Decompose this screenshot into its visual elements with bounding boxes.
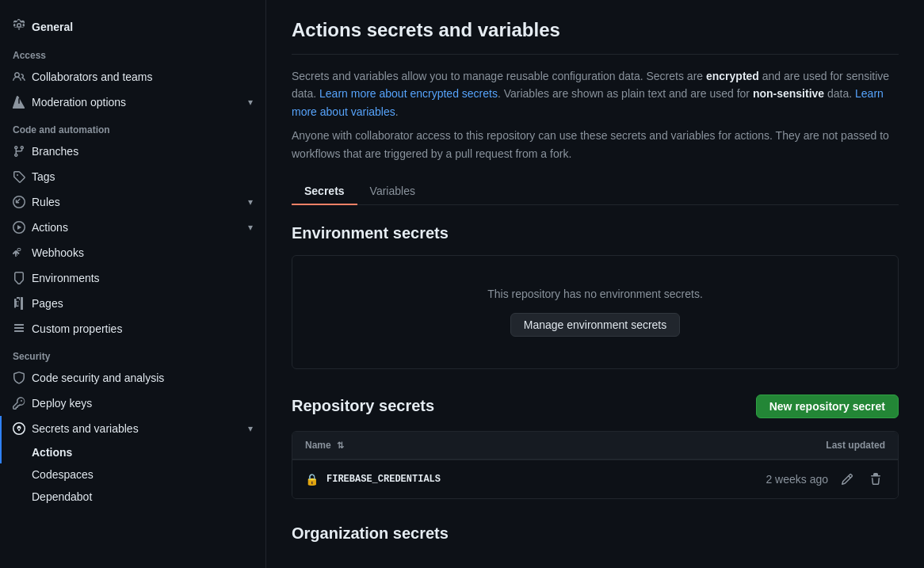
pages-icon bbox=[13, 297, 25, 310]
encrypted-secrets-link[interactable]: Learn more about encrypted secrets bbox=[319, 87, 498, 100]
sidebar-actions-label: Actions bbox=[32, 221, 68, 234]
sidebar-section-label-code: Code and automation bbox=[0, 115, 265, 139]
secret-name: FIREBASE_CREDENTIALS bbox=[326, 474, 441, 485]
sidebar-item-custom-properties[interactable]: Custom properties bbox=[0, 316, 265, 341]
sidebar-item-deploy-keys[interactable]: Deploy keys bbox=[0, 391, 265, 416]
sidebar-rules-label: Rules bbox=[32, 196, 60, 208]
sidebar: General Access Collaborators and teams M… bbox=[0, 0, 266, 568]
env-secrets-title: Environment secrets bbox=[292, 224, 899, 242]
sidebar-section-label-access: Access bbox=[0, 40, 265, 64]
tabs: Secrets Variables bbox=[292, 178, 899, 205]
table-header-name: Name ⇅ bbox=[305, 440, 344, 451]
repo-secrets-title: Repository secrets bbox=[292, 397, 434, 415]
branch-icon bbox=[13, 145, 25, 158]
sidebar-section-security: Security Code security and analysis Depl… bbox=[0, 341, 265, 508]
description-1: Secrets and variables allow you to manag… bbox=[292, 67, 899, 120]
main-content: Actions secrets and variables Secrets an… bbox=[266, 0, 924, 568]
sidebar-item-general[interactable]: General bbox=[0, 13, 265, 40]
trash-icon bbox=[869, 473, 882, 486]
env-icon bbox=[13, 272, 25, 284]
chevron-down-icon: ▾ bbox=[248, 97, 253, 108]
tab-variables[interactable]: Variables bbox=[357, 178, 428, 205]
sidebar-moderation-label: Moderation options bbox=[32, 96, 126, 109]
shield-icon bbox=[13, 372, 25, 384]
tab-secrets[interactable]: Secrets bbox=[292, 178, 357, 205]
new-repository-secret-button[interactable]: New repository secret bbox=[756, 395, 899, 418]
sidebar-item-moderation[interactable]: Moderation options ▾ bbox=[0, 90, 265, 115]
sidebar-secrets-label: Secrets and variables bbox=[32, 422, 139, 435]
table-row: 🔒 FIREBASE_CREDENTIALS 2 weeks ago bbox=[292, 459, 898, 498]
table-row-right: 2 weeks ago bbox=[766, 470, 885, 489]
manage-env-secrets-button[interactable]: Manage environment secrets bbox=[510, 313, 681, 337]
sort-icon: ⇅ bbox=[337, 440, 344, 450]
chevron-down-icon-actions: ▾ bbox=[248, 222, 253, 233]
sidebar-section-label-security: Security bbox=[0, 341, 265, 365]
sidebar-item-branches[interactable]: Branches bbox=[0, 139, 265, 164]
sidebar-item-actions[interactable]: Actions ▾ bbox=[0, 215, 265, 240]
sidebar-webhooks-label: Webhooks bbox=[32, 246, 84, 259]
sidebar-deploy-keys-label: Deploy keys bbox=[32, 397, 92, 410]
page-title: Actions secrets and variables bbox=[292, 19, 899, 55]
key-icon bbox=[13, 397, 25, 410]
sidebar-subitem-dependabot[interactable]: Dependabot bbox=[0, 486, 265, 508]
sidebar-section-access: Access Collaborators and teams Moderatio… bbox=[0, 40, 265, 115]
env-secrets-box: This repository has no environment secre… bbox=[292, 255, 899, 369]
secrets-table: Name ⇅ Last updated 🔒 FIREBASE_CREDENTIA… bbox=[292, 431, 899, 499]
sidebar-branches-label: Branches bbox=[32, 145, 78, 158]
table-row-left: 🔒 FIREBASE_CREDENTIALS bbox=[305, 473, 441, 486]
sidebar-item-collaborators[interactable]: Collaborators and teams bbox=[0, 64, 265, 90]
chevron-down-icon-rules: ▾ bbox=[248, 196, 253, 208]
sidebar-subitem-actions-label: Actions bbox=[32, 446, 72, 459]
repo-secrets-header: Repository secrets New repository secret bbox=[292, 395, 899, 418]
table-header: Name ⇅ Last updated bbox=[292, 432, 898, 459]
sidebar-tags-label: Tags bbox=[32, 170, 55, 183]
sidebar-item-tags[interactable]: Tags bbox=[0, 164, 265, 189]
sidebar-item-code-security[interactable]: Code security and analysis bbox=[0, 365, 265, 391]
updated-text: 2 weeks ago bbox=[766, 473, 828, 486]
sidebar-item-secrets-variables[interactable]: Secrets and variables ▾ bbox=[0, 416, 265, 441]
sidebar-subitem-actions[interactable]: Actions bbox=[0, 441, 265, 463]
sidebar-item-rules[interactable]: Rules ▾ bbox=[0, 189, 265, 215]
delete-secret-button[interactable] bbox=[866, 470, 885, 489]
sidebar-item-pages[interactable]: Pages bbox=[0, 291, 265, 316]
webhook-icon bbox=[13, 246, 25, 259]
sidebar-custom-properties-label: Custom properties bbox=[32, 322, 122, 335]
sidebar-item-environments[interactable]: Environments bbox=[0, 265, 265, 291]
lock-icon: 🔒 bbox=[305, 473, 319, 486]
chevron-down-icon-secrets: ▾ bbox=[248, 423, 253, 434]
actions-icon bbox=[13, 221, 25, 234]
sidebar-section-code: Code and automation Branches Tags bbox=[0, 115, 265, 341]
gear-icon bbox=[13, 19, 25, 34]
rules-icon bbox=[13, 196, 25, 208]
secret-icon bbox=[13, 422, 25, 435]
sidebar-code-security-label: Code security and analysis bbox=[32, 372, 164, 384]
table-header-updated: Last updated bbox=[826, 440, 885, 451]
tag-icon bbox=[13, 170, 25, 183]
sidebar-subitem-codespaces[interactable]: Codespaces bbox=[0, 463, 265, 486]
edit-secret-button[interactable] bbox=[838, 470, 857, 489]
org-secrets-title: Organization secrets bbox=[292, 524, 899, 543]
sidebar-collaborators-label: Collaborators and teams bbox=[32, 71, 153, 83]
sidebar-general-label: General bbox=[32, 21, 73, 33]
pencil-icon bbox=[841, 473, 853, 486]
sidebar-subitem-codespaces-label: Codespaces bbox=[32, 468, 94, 481]
people-icon bbox=[13, 71, 25, 83]
env-empty-text: This repository has no environment secre… bbox=[311, 288, 879, 300]
description-2: Anyone with collaborator access to this … bbox=[292, 127, 899, 162]
report-icon bbox=[13, 96, 25, 109]
sidebar-pages-label: Pages bbox=[32, 297, 63, 310]
sidebar-item-webhooks[interactable]: Webhooks bbox=[0, 240, 265, 265]
properties-icon bbox=[13, 322, 25, 335]
sidebar-environments-label: Environments bbox=[32, 272, 100, 284]
sidebar-subitem-dependabot-label: Dependabot bbox=[32, 490, 92, 503]
